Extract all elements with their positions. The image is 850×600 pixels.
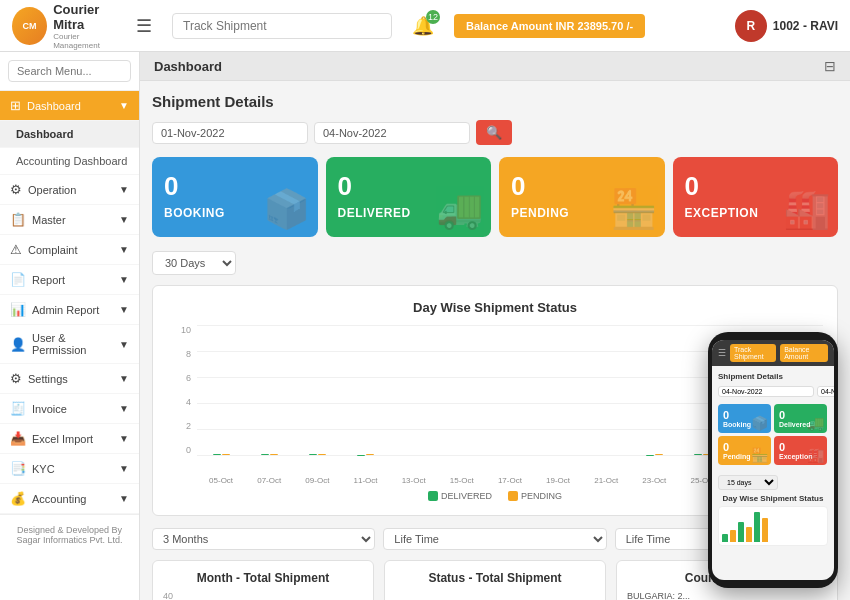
sidebar-item-accounting[interactable]: 💰 Accounting ▼	[0, 484, 139, 514]
sidebar-label-accounting: Accounting	[32, 493, 86, 505]
bar-pair-3	[357, 454, 374, 455]
complaint-icon: ⚠	[10, 242, 22, 257]
invoice-icon: 🧾	[10, 401, 26, 416]
phone-booking-card: 0 Booking 📦	[718, 404, 771, 433]
sidebar-item-report[interactable]: 📄 Report ▼	[0, 265, 139, 295]
avatar: R	[735, 10, 767, 42]
phone-content: Shipment Details 🔍 0 Booking 📦 0 Deliver…	[712, 366, 834, 552]
status-chart-title: Status - Total Shipment	[395, 571, 595, 585]
x-label-5: 15-Oct	[450, 476, 474, 485]
sidebar-item-accounting-dashboard[interactable]: Accounting Dashboard	[0, 148, 139, 175]
phone-bar-5	[754, 512, 760, 542]
period-select[interactable]: 30 Days 3 Months Life Time	[152, 251, 236, 275]
sidebar-label-settings: Settings	[28, 373, 68, 385]
bar-pair-0	[213, 454, 230, 455]
master-icon: 📋	[10, 212, 26, 227]
date-from-input[interactable]	[152, 122, 308, 144]
delivered-bar-2	[309, 454, 317, 455]
sidebar-search-area	[0, 52, 139, 91]
sidebar-label-user: User & Permission	[32, 332, 119, 356]
sidebar-item-admin-report[interactable]: 📊 Admin Report ▼	[0, 295, 139, 325]
settings-icon: ⚙	[10, 371, 22, 386]
x-label-8: 21-Oct	[594, 476, 618, 485]
track-shipment-input[interactable]	[172, 13, 392, 39]
pending-dot	[508, 491, 518, 501]
sidebar-item-dashboard[interactable]: ⊞ Dashboard ▼	[0, 91, 139, 121]
user-display: 1002 - RAVI	[773, 19, 838, 33]
country-annotation-1: BULGARIA: 2...	[627, 591, 827, 600]
sidebar-item-complaint[interactable]: ⚠ Complaint ▼	[0, 235, 139, 265]
phone-bar-2	[730, 530, 736, 542]
sidebar-search-input[interactable]	[8, 60, 131, 82]
phone-bar-1	[722, 534, 728, 542]
exception-bg-icon: 🏭	[783, 187, 830, 231]
delivered-bar-0	[213, 454, 221, 455]
date-search-button[interactable]: 🔍	[476, 120, 512, 145]
booking-card: 0 BOOKING 📦	[152, 157, 318, 237]
bar-group-8	[582, 325, 630, 455]
status-period-select[interactable]: Life Time 3 Months	[383, 528, 606, 550]
logo-text-block: Courier Mitra Courier Management	[53, 2, 128, 50]
month-period-select[interactable]: 3 Months Life Time	[152, 528, 375, 550]
phone-period-select[interactable]: 15 days	[718, 475, 778, 490]
phone-exception-icon: 🏭	[807, 447, 824, 463]
phone-exception-card: 0 Exception 🏭	[774, 436, 827, 465]
sidebar-item-master[interactable]: 📋 Master ▼	[0, 205, 139, 235]
phone-menu-icon: ☰	[718, 348, 726, 358]
y-label-8: 8	[186, 349, 191, 359]
sidebar-label-accounting: Accounting Dashboard	[16, 155, 127, 167]
bar-group-3	[341, 325, 389, 455]
sidebar-item-operation[interactable]: ⚙ Operation ▼	[0, 175, 139, 205]
sidebar-item-excel-import[interactable]: 📥 Excel Import ▼	[0, 424, 139, 454]
sidebar-item-dashboard-main[interactable]: Dashboard	[0, 121, 139, 148]
sidebar-label-master: Master	[32, 214, 66, 226]
phone-booking-icon: 📦	[751, 415, 768, 431]
x-label-4: 13-Oct	[402, 476, 426, 485]
stat-cards: 0 BOOKING 📦 0 DELIVERED 🚚 0 PENDING 🏪 0 …	[152, 157, 838, 237]
dashboard-icon: ⊞	[10, 98, 21, 113]
legend-pending: PENDING	[508, 491, 562, 501]
chevron-icon-cp: ▼	[119, 244, 129, 255]
phone-date-to[interactable]	[817, 386, 834, 397]
logo-area: CM Courier Mitra Courier Management ☰	[12, 2, 152, 50]
date-to-input[interactable]	[314, 122, 470, 144]
phone-date-from[interactable]	[718, 386, 814, 397]
x-label-6: 17-Oct	[498, 476, 522, 485]
sidebar-item-user-permission[interactable]: 👤 User & Permission ▼	[0, 325, 139, 364]
pending-bg-icon: 🏪	[610, 187, 657, 231]
phone-chart-area	[718, 506, 828, 546]
user-icon: 👤	[10, 337, 26, 352]
app-subtitle: Courier Management	[53, 32, 128, 50]
bar-group-7	[534, 325, 582, 455]
phone-section-title: Shipment Details	[718, 372, 828, 381]
admin-report-icon: 📊	[10, 302, 26, 317]
sidebar-label-dashboard: Dashboard	[27, 100, 81, 112]
phone-pending-icon: 🏪	[751, 447, 768, 463]
pending-bar-9	[655, 454, 663, 455]
sidebar-label-complaint: Complaint	[28, 244, 78, 256]
sidebar-label-invoice: Invoice	[32, 403, 67, 415]
sidebar-label-admin-report: Admin Report	[32, 304, 99, 316]
hamburger-icon[interactable]: ☰	[136, 15, 152, 37]
excel-icon: 📥	[10, 431, 26, 446]
status-bars	[395, 593, 595, 600]
sidebar-item-kyc[interactable]: 📑 KYC ▼	[0, 454, 139, 484]
balance-button[interactable]: Balance Amount INR 23895.70 /-	[454, 14, 645, 38]
chevron-icon-ex: ▼	[119, 433, 129, 444]
pending-bar-2	[318, 454, 326, 455]
chevron-down-icon: ▼	[119, 100, 129, 111]
bar-group-4	[390, 325, 438, 455]
phone-pending-card: 0 Pending 🏪	[718, 436, 771, 465]
expand-icon[interactable]: ⊟	[824, 58, 836, 74]
phone-balance-btn[interactable]: Balance Amount	[780, 344, 828, 362]
sidebar-item-settings[interactable]: ⚙ Settings ▼	[0, 364, 139, 394]
period-dropdown-row: 30 Days 3 Months Life Time	[152, 251, 838, 275]
delivered-dot	[428, 491, 438, 501]
exception-card: 0 EXCEPTION 🏭	[673, 157, 839, 237]
month-y-top: 40	[163, 591, 363, 600]
sidebar-item-invoice[interactable]: 🧾 Invoice ▼	[0, 394, 139, 424]
x-label-7: 19-Oct	[546, 476, 570, 485]
phone-track-btn[interactable]: Track Shipment	[730, 344, 776, 362]
chevron-icon-ac: ▼	[119, 493, 129, 504]
chevron-icon-st: ▼	[119, 373, 129, 384]
